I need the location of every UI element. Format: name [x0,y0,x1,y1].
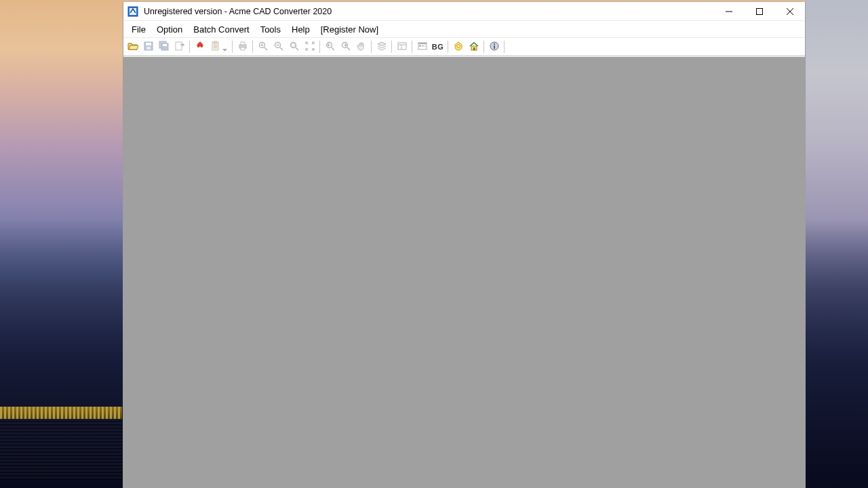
titlebar[interactable]: Unregistered version - Acme CAD Converte… [123,2,805,21]
window-title: Unregistered version - Acme CAD Converte… [142,7,713,16]
toolbar-separator [504,41,505,53]
svg-point-30 [456,44,460,47]
save-all-icon [159,41,170,54]
svg-point-34 [494,43,495,45]
layers-button[interactable] [374,39,389,54]
svg-rect-17 [241,47,245,50]
toolbar-separator [232,41,233,53]
svg-rect-28 [422,45,424,47]
export-dwg-icon [174,41,185,54]
minimize-button[interactable] [713,2,744,20]
svg-rect-24 [398,43,406,49]
svg-rect-4 [146,43,151,45]
save-icon [143,41,154,54]
svg-point-23 [342,42,347,47]
zoom-window-button[interactable] [287,39,302,54]
toolbar-separator [448,41,448,53]
zoom-prev-icon [325,41,336,54]
svg-rect-26 [418,43,427,44]
svg-point-22 [326,42,332,47]
svg-rect-12 [214,45,217,45]
svg-rect-5 [146,47,151,49]
toolbar-separator [412,41,412,53]
about-button[interactable] [487,39,502,54]
layouts-icon [397,41,408,54]
app-window: Unregistered version - Acme CAD Converte… [123,1,806,488]
zoom-extents-icon [304,41,315,54]
printer-icon [237,41,248,54]
svg-rect-15 [239,45,246,48]
layouts-button[interactable] [395,39,410,54]
svg-rect-32 [473,47,475,50]
bg-color-icon: BG [432,43,444,51]
toolbar-separator [484,41,484,53]
open-file-icon [127,41,138,54]
menu-register-now[interactable]: [Register Now] [315,22,384,37]
svg-rect-11 [214,41,217,43]
export-dwg-button[interactable] [172,39,187,54]
convert-pdf-button[interactable] [193,39,208,54]
menubar: File Option Batch Convert Tools Help [Re… [123,21,805,38]
toolbar-separator [189,41,190,53]
wallpaper-texture [0,419,122,480]
zoom-out-icon [273,41,284,54]
svg-rect-3 [144,42,153,50]
app-icon [127,6,138,17]
svg-rect-35 [494,45,495,49]
svg-rect-27 [419,45,421,47]
toolbar-separator [371,41,372,53]
zoom-window-icon [289,41,300,54]
register-icon [453,41,464,54]
svg-rect-25 [418,43,427,49]
menu-tools[interactable]: Tools [255,22,286,37]
svg-rect-7 [161,43,168,50]
svg-point-18 [259,42,264,47]
pdf-icon [195,41,205,54]
svg-rect-16 [241,42,245,45]
svg-rect-10 [212,42,218,50]
bg-color-button[interactable]: BG [431,39,446,54]
svg-rect-13 [214,46,217,47]
zoom-out-button[interactable] [271,39,286,54]
save-all-button[interactable] [157,39,172,54]
toolbar-separator [391,41,392,53]
copy-icon [210,41,221,54]
svg-point-20 [290,42,296,47]
toolbar: BG [123,38,805,56]
desktop-wallpaper: Unregistered version - Acme CAD Converte… [0,0,868,488]
maximize-button[interactable] [744,2,774,20]
canvas-area[interactable] [123,56,805,487]
open-button[interactable] [125,39,140,54]
svg-point-19 [275,42,280,47]
zoom-next-button[interactable] [338,39,353,54]
true-color-icon [417,41,428,54]
zoom-in-icon [258,41,269,54]
home-icon [469,41,479,54]
zoom-prev-button[interactable] [323,39,338,54]
close-button[interactable] [774,2,805,20]
menu-option[interactable]: Option [151,22,188,37]
svg-rect-29 [425,45,426,47]
svg-rect-2 [756,8,762,14]
menu-help[interactable]: Help [286,22,315,37]
dropdown-caret-icon [222,45,227,55]
toolbar-separator [252,41,253,53]
true-color-button[interactable] [415,39,430,54]
menu-file[interactable]: File [126,22,151,37]
copy-clipboard-button[interactable] [208,39,230,54]
register-button[interactable] [451,39,466,54]
pan-icon [356,41,367,54]
window-controls [713,2,805,20]
home-button[interactable] [467,39,481,54]
layers-icon [376,41,387,54]
zoom-in-button[interactable] [256,39,271,54]
svg-rect-6 [159,41,166,48]
zoom-extents-button[interactable] [302,39,317,54]
svg-rect-8 [163,44,167,46]
save-button[interactable] [141,39,156,54]
svg-rect-21 [292,43,295,47]
toolbar-separator [319,41,320,53]
pan-button[interactable] [354,39,369,54]
print-button[interactable] [235,39,250,54]
menu-batch-convert[interactable]: Batch Convert [188,22,254,37]
